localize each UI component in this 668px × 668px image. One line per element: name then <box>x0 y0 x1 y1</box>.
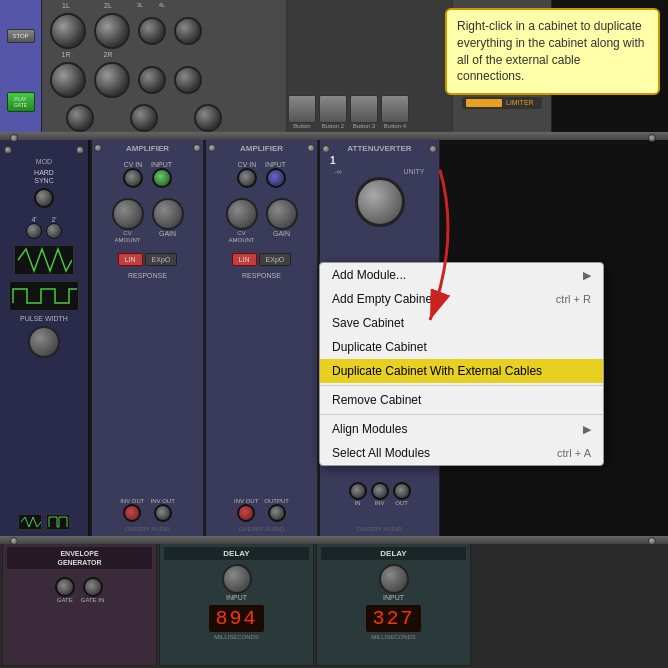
screw <box>307 144 315 152</box>
input-2-jack[interactable] <box>266 168 286 188</box>
lin-exp-row-2: LIN EXpO <box>232 253 292 266</box>
lin-btn-2[interactable]: LIN <box>232 253 257 266</box>
knob-2l[interactable] <box>94 13 130 49</box>
rail-mid <box>0 536 668 544</box>
menu-add-module[interactable]: Add Module... ▶ <box>320 263 603 287</box>
gate-label: GATE <box>57 597 73 603</box>
menu-add-empty-cabinet[interactable]: Add Empty Cabinet ctrl + R <box>320 287 603 311</box>
cv-in-2-jack[interactable] <box>237 168 257 188</box>
input-2-label: INPUT <box>265 161 286 168</box>
att-out-label: OUT <box>395 500 408 506</box>
exp-btn-1[interactable]: EXpO <box>145 253 178 266</box>
output-1-jack[interactable] <box>154 504 172 522</box>
delay2-knob[interactable] <box>379 564 409 594</box>
menu-separator-1 <box>320 385 603 386</box>
menu-select-all-modules[interactable]: Select All Modules ctrl + A <box>320 441 603 465</box>
knob-4l[interactable] <box>174 17 202 45</box>
screw <box>322 145 330 153</box>
knob-9[interactable] <box>194 104 222 132</box>
stop-label: STOP <box>12 33 28 39</box>
pulse-display <box>9 281 79 311</box>
bottom-modules-area: ENVELOPEGENERATOR GATE GATE IN DELAY INP… <box>0 540 668 668</box>
screw <box>208 144 216 152</box>
gain-2-label: GAIN <box>273 230 290 237</box>
left-osc-module: MOD HARDSYNC 4' 2' PULSE WIDTH <box>0 140 90 540</box>
cv-in-1-label: CV IN <box>124 161 143 168</box>
inv-out-2-jack[interactable] <box>237 504 255 522</box>
cv-in-1-jack[interactable] <box>123 168 143 188</box>
button4-label: Button 4 <box>384 123 406 129</box>
knob-3r[interactable] <box>138 66 166 94</box>
att-out-jack[interactable] <box>393 482 411 500</box>
response-2-label: RESPONSE <box>242 272 281 279</box>
label-4L: 4L <box>152 2 172 9</box>
gate-jack[interactable] <box>55 577 75 597</box>
pulse-knob[interactable] <box>28 326 60 358</box>
delay-2-module: DELAY INPUT 327 MILLISECONDS <box>316 542 471 666</box>
play-gate-button[interactable]: PLAYGATE <box>7 92 35 112</box>
menu-duplicate-cabinet[interactable]: Duplicate Cabinet <box>320 335 603 359</box>
hard-sync-jack[interactable] <box>34 188 54 208</box>
att-number: 1 <box>322 155 336 166</box>
stop-play-module: STOP PLAYGATE <box>0 0 42 140</box>
delay-1-module: DELAY INPUT 894 MILLISECONDS <box>159 542 314 666</box>
att-knob[interactable] <box>355 177 405 227</box>
output-2-jack[interactable] <box>268 504 286 522</box>
cv-amount-2-knob[interactable] <box>226 198 258 230</box>
menu-align-modules[interactable]: Align Modules ▶ <box>320 417 603 441</box>
button1-label: Button <box>293 123 310 129</box>
screw <box>648 537 656 545</box>
gate-in-jack[interactable] <box>83 577 103 597</box>
envelope-generator-module: ENVELOPEGENERATOR GATE GATE IN <box>2 542 157 666</box>
gain-1-knob[interactable] <box>152 198 184 230</box>
mod-label: MOD <box>36 158 52 165</box>
cv-in-2-label: CV IN <box>238 161 257 168</box>
knob-3l[interactable] <box>138 17 166 45</box>
cv-amount-2-label: CVAMOUNT <box>229 230 255 243</box>
screw-tl <box>4 146 12 154</box>
label-3L: 3L <box>130 2 150 9</box>
inv-out-1-jack[interactable] <box>123 504 141 522</box>
screw <box>10 134 18 142</box>
tooltip-box: Right-click in a cabinet to duplicate ev… <box>445 8 660 95</box>
lin-btn-1[interactable]: LIN <box>118 253 143 266</box>
button2-label: Button 2 <box>322 123 344 129</box>
jack-4[interactable] <box>26 223 42 239</box>
label-1L: 1L <box>46 2 86 9</box>
delay1-knob[interactable] <box>222 564 252 594</box>
button-3[interactable] <box>350 95 378 123</box>
top-buttons-area: Button Button 2 Button 3 Button 4 <box>288 95 409 129</box>
menu-separator-2 <box>320 414 603 415</box>
button-4[interactable] <box>381 95 409 123</box>
input-1-jack[interactable] <box>152 168 172 188</box>
button-1[interactable] <box>288 95 316 123</box>
menu-remove-cabinet[interactable]: Remove Cabinet <box>320 388 603 412</box>
exp-btn-2[interactable]: EXpO <box>259 253 292 266</box>
hard-sync-label: HARDSYNC <box>34 169 54 186</box>
delay1-ms-label: MILLISECONDS <box>214 634 259 640</box>
knob-4r[interactable] <box>174 66 202 94</box>
amplifier-2-module: AMPLIFIER CV IN INPUT CVAMOUNT GAIN LIN … <box>206 140 318 540</box>
rail-top <box>0 132 668 140</box>
menu-save-cabinet[interactable]: Save Cabinet <box>320 311 603 335</box>
knob-1r[interactable] <box>50 62 86 98</box>
screw <box>648 134 656 142</box>
context-menu: Add Module... ▶ Add Empty Cabinet ctrl +… <box>319 262 604 466</box>
delay2-input-label: INPUT <box>383 594 404 601</box>
knob-1l[interactable] <box>50 13 86 49</box>
knob-7[interactable] <box>66 104 94 132</box>
delay1-title: DELAY <box>164 547 309 560</box>
knob-8[interactable] <box>130 104 158 132</box>
button-2[interactable] <box>319 95 347 123</box>
menu-duplicate-with-cables[interactable]: Duplicate Cabinet With External Cables <box>320 359 603 383</box>
top-knob-section: 1L 2L 3L 4L 1R 2R Knob 7 Knob 8 Knob 9 <box>42 0 287 140</box>
label-2L: 2L <box>88 2 128 9</box>
jack-2[interactable] <box>46 223 62 239</box>
stop-button[interactable]: STOP <box>7 29 35 43</box>
cv-amount-1-knob[interactable] <box>112 198 144 230</box>
att-in-jack[interactable] <box>349 482 367 500</box>
gain-2-knob[interactable] <box>266 198 298 230</box>
att-inv-jack[interactable] <box>371 482 389 500</box>
input-1-label: INPUT <box>151 161 172 168</box>
knob-2r[interactable] <box>94 62 130 98</box>
